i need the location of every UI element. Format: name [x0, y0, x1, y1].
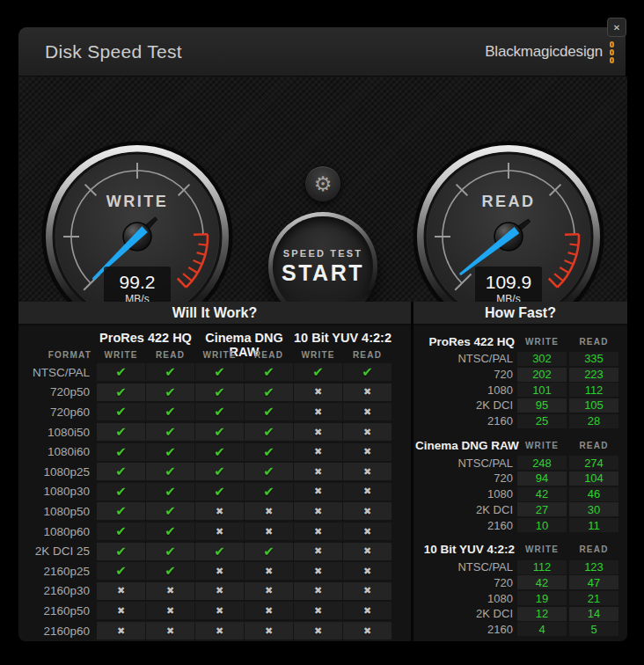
start-button-subtitle: SPEED TEST	[283, 248, 362, 259]
red-tick	[194, 234, 208, 235]
blackmagic-logo-icon	[610, 41, 614, 63]
read-value-cell: 123	[569, 560, 618, 574]
column-header: WRITE	[517, 544, 567, 554]
gauge-label: WRITE	[106, 193, 169, 210]
cross-icon: ✖	[265, 566, 273, 577]
app-background: Disk Speed Test Blackmagicdesign WRITE99…	[0, 0, 644, 665]
read-value-cell: 112	[569, 383, 618, 397]
section-name: ProRes 422 HQ	[415, 335, 515, 348]
check-icon: ✔	[115, 384, 127, 400]
check-icon: ✔	[115, 563, 127, 579]
cross-icon: ✖	[314, 466, 322, 478]
check-icon: ✔	[263, 444, 274, 460]
column-header: READ	[569, 441, 618, 450]
wiw-group-headers: ProRes 422 HQCinema DNG RAW10 Bit YUV 4:…	[22, 331, 414, 345]
row-label: 2K DCI	[415, 607, 515, 620]
mark-cell: ✖	[294, 483, 342, 501]
row-label: NTSC/PAL	[415, 457, 515, 470]
mark-cell: ✖	[294, 463, 342, 480]
logo-square	[610, 49, 614, 55]
read-value-cell: 223	[569, 368, 618, 382]
gauge-area: WRITE99.2MB/s READ109.9MB/s ⚙ SPEED TEST…	[18, 77, 627, 302]
write-value-cell: 12	[517, 607, 567, 621]
page-title: Disk Speed Test	[45, 27, 182, 77]
write-value-cell: 19	[517, 591, 567, 605]
format-row: 2K DCI 25✔✔✔✔✖✖	[22, 541, 409, 561]
results-panels: Will It Work? How Fast? ProRes 422 HQCin…	[18, 302, 627, 641]
check-icon: ✔	[214, 544, 225, 559]
mark-cell: ✖	[294, 384, 342, 401]
settings-button[interactable]: ⚙	[304, 165, 341, 202]
mark-cell: ✔	[97, 403, 145, 420]
mark-cell: ✔	[146, 403, 194, 420]
check-icon: ✔	[165, 484, 176, 500]
cross-icon: ✖	[216, 506, 223, 517]
format-row: 1080i50✔✔✔✔✖✖	[22, 422, 409, 442]
cross-icon: ✖	[216, 566, 223, 577]
red-tick	[198, 245, 207, 245]
format-row: 2160p30✖✖✖✖✖✖	[22, 581, 409, 602]
write-value-cell: 25	[517, 414, 567, 428]
format-row: NTSC/PAL✔✔✔✔✔✔	[22, 362, 409, 383]
close-button[interactable]: ✕	[607, 18, 626, 37]
write-value-cell: 95	[517, 398, 567, 413]
mark-cell: ✔	[146, 562, 194, 580]
mark-cell: ✔	[195, 463, 244, 480]
mark-cell: ✖	[195, 602, 244, 619]
section-name: 10 Bit YUV 4:2:2	[415, 543, 515, 556]
brand-label: Blackmagicdesign	[485, 43, 603, 61]
mark-cell: ✔	[195, 384, 244, 401]
cross-icon: ✖	[117, 585, 125, 596]
speed-row: 1080101112	[413, 382, 627, 398]
speed-row: 2K DCI2730	[413, 502, 627, 518]
mark-cell: ✖	[343, 522, 392, 540]
row-label: NTSC/PAL	[415, 352, 515, 365]
close-icon: ✕	[613, 23, 620, 33]
read-value-cell: 5	[569, 622, 618, 636]
cross-icon: ✖	[117, 605, 125, 617]
mark-cell: ✔	[245, 463, 293, 480]
speed-row: 21601011	[413, 517, 627, 533]
cross-icon: ✖	[363, 446, 371, 457]
column-header: WRITE	[195, 350, 244, 360]
check-icon: ✔	[214, 444, 225, 460]
app-window: Disk Speed Test Blackmagicdesign WRITE99…	[18, 26, 626, 640]
column-header: READ	[569, 544, 618, 554]
column-header: READ	[569, 337, 618, 347]
cross-icon: ✖	[265, 605, 273, 617]
read-value-cell: 47	[569, 575, 618, 589]
row-label: 2160	[415, 414, 515, 428]
speed-row: 720202223	[413, 367, 627, 383]
mark-cell: ✔	[146, 463, 194, 480]
cross-icon: ✖	[216, 585, 223, 596]
read-value-cell: 104	[569, 471, 618, 486]
speed-row: 216045	[413, 622, 627, 638]
format-row: 2160p60✖✖✖✖✖✖	[22, 621, 409, 641]
cross-icon: ✖	[363, 486, 371, 497]
cross-icon: ✖	[363, 545, 371, 557]
cross-icon: ✖	[363, 605, 371, 617]
mark-cell: ✔	[294, 363, 342, 381]
format-row: 1080p30✔✔✔✔✖✖	[22, 482, 409, 502]
cross-icon: ✖	[363, 625, 371, 637]
write-value-cell: 42	[517, 575, 567, 589]
column-header: WRITE	[517, 441, 567, 450]
check-icon: ✔	[263, 364, 274, 380]
cross-icon: ✖	[314, 406, 322, 418]
speed-row: NTSC/PAL112123	[413, 559, 627, 575]
cross-icon: ✖	[216, 526, 223, 537]
column-header: READ	[146, 350, 194, 360]
check-icon: ✔	[263, 384, 274, 400]
write-value-cell: 94	[517, 471, 567, 486]
check-icon: ✔	[165, 364, 176, 380]
mark-cell: ✖	[343, 443, 392, 461]
mark-cell: ✖	[343, 384, 392, 401]
logo-square	[610, 57, 614, 63]
check-icon: ✔	[263, 484, 274, 500]
column-header: READ	[245, 350, 293, 360]
format-row: 720p60✔✔✔✔✖✖	[22, 402, 409, 422]
speed-row: 2K DCI95105	[413, 398, 627, 413]
cross-icon: ✖	[363, 585, 371, 596]
mark-cell: ✖	[294, 582, 342, 600]
format-label: 1080p30	[22, 485, 96, 498]
